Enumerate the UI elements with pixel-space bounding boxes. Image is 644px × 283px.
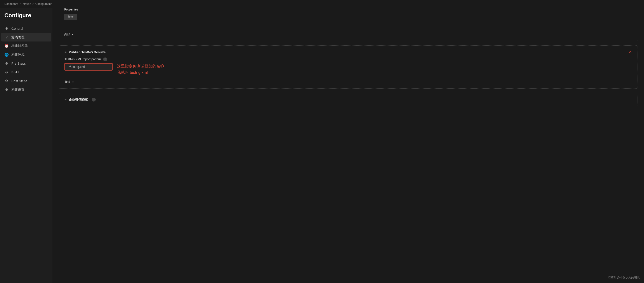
gear-icon-poststeps: ⚙ [4,79,9,83]
breadcrumb-configuration: Configuration [36,2,52,5]
add-button[interactable]: 新增 [64,14,77,20]
sidebar-label-build: Build [11,70,18,74]
advanced-row-properties[interactable]: 高级 ▾ [64,32,632,36]
annotation-line2: 我就叫 testng.xml [117,69,164,76]
section-title-row-testng: ≡ Publish TestNG Results [64,50,106,54]
breadcrumb-maven[interactable]: maven [22,2,31,5]
breadcrumb-sep-1: > [20,2,22,5]
sidebar-label-general: General [11,27,23,30]
chevron-down-icon-testng: ▾ [72,81,74,84]
section-title-row-wechat: ≡ 企业微信通知 ? [64,98,632,102]
watermark: CSDN @小张认为的测试 [608,276,640,280]
sidebar-label-env: 构建环境 [11,53,24,57]
section-header-testng: ≡ Publish TestNG Results ✕ [64,50,632,54]
drag-handle-icon-wechat: ≡ [64,98,66,102]
app-container: Dashboard > maven > Configuration Config… [0,0,644,283]
sidebar-item-build[interactable]: ⚙ Build [0,68,52,76]
chevron-down-icon-properties: ▾ [72,33,74,36]
sidebar-label-presteps: Pre Steps [11,62,26,65]
drag-handle-icon: ≡ [64,50,66,54]
sidebar: Configure ⚙ General ⑂ 源码管理 ⏰ 构建触发器 🌐 构建环… [0,8,52,283]
gear-icon-general: ⚙ [4,26,9,30]
sidebar-label-trigger: 构建触发器 [11,44,28,48]
sidebar-label-settings: 构建设置 [11,88,24,92]
testng-xml-input[interactable] [64,63,112,70]
properties-label: Properties [64,8,632,11]
breadcrumb: Dashboard > maven > Configuration [0,0,644,8]
gear-icon-settings: ⚙ [4,87,9,92]
main-layout: Configure ⚙ General ⑂ 源码管理 ⏰ 构建触发器 🌐 构建环… [0,8,644,283]
section-title-testng: Publish TestNG Results [68,50,106,54]
advanced-label-properties: 高级 [64,32,70,36]
sidebar-item-presteps[interactable]: ⚙ Pre Steps [0,59,52,68]
sidebar-label-poststeps: Post Steps [11,79,27,83]
content-area: Properties 新增 高级 ▾ ≡ Publish TestNG Resu… [52,8,644,283]
sidebar-item-buildsettings[interactable]: ⚙ 构建设置 [0,85,52,94]
field-label-testng: TestNG XML report pattern ? [64,57,632,61]
bottom-section: ≡ 企业微信通知 ? [59,93,638,106]
sidebar-item-poststeps[interactable]: ⚙ Post Steps [0,76,52,85]
sidebar-item-trigger[interactable]: ⏰ 构建触发器 [0,41,52,50]
section-title-wechat: 企业微信通知 [68,98,88,102]
annotation-text: 这里指定你测试框架的名称 我就叫 testng.xml [117,63,164,76]
gear-icon-build: ⚙ [4,70,9,74]
breadcrumb-dashboard[interactable]: Dashboard [4,2,18,5]
field-label-text: TestNG XML report pattern [64,57,101,61]
breadcrumb-sep-2: > [32,2,34,5]
gear-icon-presteps: ⚙ [4,61,9,65]
globe-icon: 🌐 [4,52,9,57]
advanced-row-testng[interactable]: 高级 ▾ [64,80,632,84]
annotation-line1: 这里指定你测试框架的名称 [117,63,164,69]
publish-testng-section: ≡ Publish TestNG Results ✕ TestNG XML re… [59,45,638,89]
sidebar-item-source[interactable]: ⑂ 源码管理 [1,33,51,41]
advanced-label-testng: 高级 [64,80,70,84]
sidebar-label-source: 源码管理 [11,35,24,39]
help-icon-wechat[interactable]: ? [92,98,96,102]
branch-icon: ⑂ [4,35,9,39]
help-icon-testng[interactable]: ? [103,57,107,61]
sidebar-title: Configure [0,12,52,24]
close-icon-testng[interactable]: ✕ [629,50,632,54]
sidebar-item-env[interactable]: 🌐 构建环境 [0,50,52,59]
clock-icon: ⏰ [4,44,9,48]
properties-section: Properties 新增 高级 ▾ [59,8,638,41]
sidebar-item-general[interactable]: ⚙ General [0,24,52,33]
field-input-wrapper-testng [64,63,112,70]
